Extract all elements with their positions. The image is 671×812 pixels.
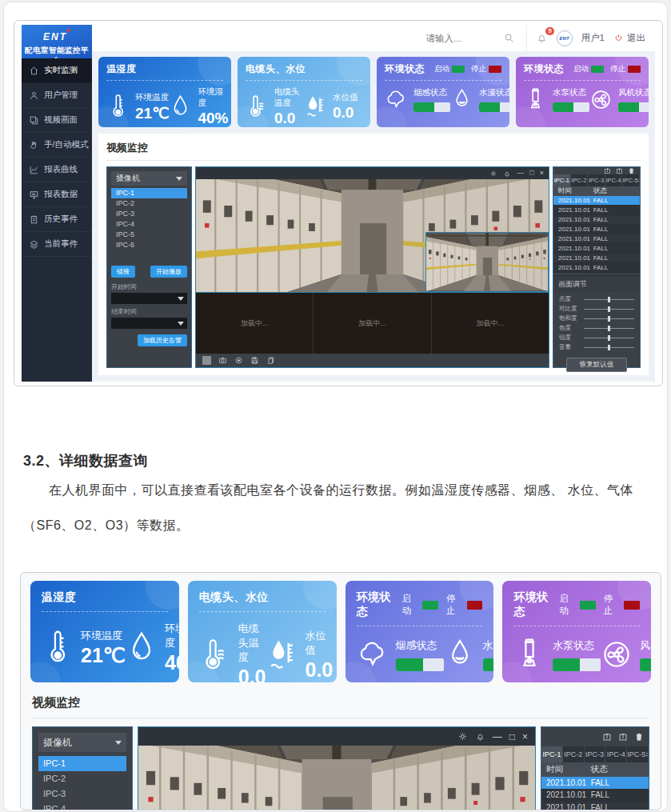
hue-slider[interactable] — [584, 328, 634, 329]
table-row[interactable]: 2021.10.01FALL — [553, 263, 640, 273]
ipc-tab[interactable]: IPC-1 — [541, 746, 563, 762]
record-icon[interactable] — [234, 356, 243, 365]
ipc-tab[interactable]: IPC-4 — [605, 746, 627, 762]
alarm-table-header: 时间 状态 — [553, 186, 640, 196]
end-time-select[interactable] — [111, 318, 187, 329]
ipc-tab[interactable]: IPC-4 — [605, 174, 623, 186]
camera-select[interactable]: 摄像机 — [111, 171, 187, 186]
sidebar-item-label: 手/自动模式 — [44, 139, 88, 150]
ipc-tab[interactable]: IPC-1 — [553, 174, 571, 186]
video-frame-image — [426, 233, 548, 291]
alarm-panel-toolbar — [553, 167, 640, 174]
table-row[interactable]: 2021.10.01FALL — [553, 234, 640, 244]
metric-value: 0.0 — [238, 666, 266, 682]
export-icon[interactable] — [618, 732, 628, 742]
camera-list: IPC-1 IPC-2 IPC-3 IPC-4 IPC-5 IPC-6 — [111, 188, 187, 250]
export-icon[interactable] — [602, 732, 612, 742]
table-row[interactable]: 2021.10.01FALL — [541, 790, 649, 802]
table-row[interactable]: 2021.10.01FALL — [553, 206, 640, 215]
camera-select[interactable]: 摄像机 — [38, 733, 126, 752]
start-play-button[interactable]: 开始播放 — [150, 266, 187, 278]
camera-item[interactable]: IPC-3 — [38, 786, 126, 802]
inset-video-frame[interactable] — [425, 232, 549, 292]
copy-file-icon[interactable] — [266, 356, 275, 365]
card-env-status-pump-fan: 环境状态 启动 停止 水泵状态 — [516, 57, 649, 127]
export-icon[interactable] — [604, 167, 611, 174]
camera-item[interactable]: IPC-4 — [38, 802, 126, 810]
save-icon[interactable] — [250, 356, 259, 365]
sidebar-item-report-curve[interactable]: 报表曲线 — [22, 158, 92, 182]
load-history-button[interactable]: 加载历史告警 — [138, 334, 187, 346]
table-row[interactable]: 2021.10.01FALL — [541, 802, 649, 810]
snapshot-camera-icon[interactable] — [218, 356, 227, 365]
search-input[interactable] — [426, 34, 503, 43]
close-button[interactable]: × — [522, 732, 528, 742]
notifications[interactable]: 5 — [536, 32, 548, 44]
layout-grid-icon[interactable] — [202, 356, 211, 365]
brightness-slider[interactable] — [584, 299, 634, 300]
ipc-tab[interactable]: IPC-5> — [627, 746, 649, 762]
alarm-bell-icon[interactable] — [503, 170, 511, 178]
sidebar-item-history-events[interactable]: 历史事件 — [22, 207, 92, 232]
close-button[interactable]: × — [540, 170, 544, 177]
table-row[interactable]: 2021.10.01FALL — [553, 244, 640, 254]
sidebar-item-mode[interactable]: 手/自动模式 — [22, 133, 92, 158]
camera-item[interactable]: IPC-6 — [111, 240, 187, 250]
ipc-tab[interactable]: IPC-3 — [588, 174, 605, 186]
maximize-button[interactable]: □ — [509, 732, 515, 742]
table-row[interactable]: 2021.10.01FALL — [553, 215, 640, 225]
alarm-bell-icon[interactable] — [475, 731, 485, 742]
screenshot-platform-overview: ENT 配电室智能监控平台 实时监测 用户管理 视频画面 手/自动模 — [14, 20, 663, 386]
camera-item[interactable]: IPC-5 — [111, 230, 187, 240]
trash-icon[interactable] — [628, 167, 635, 174]
camera-item[interactable]: IPC-2 — [38, 771, 126, 786]
ipc-tab[interactable]: IPC-5> — [622, 174, 640, 186]
report-data-icon — [29, 190, 39, 200]
ipc-tab[interactable]: IPC-3 — [585, 746, 606, 762]
sidebar-item-video[interactable]: 视频画面 — [22, 108, 92, 133]
table-row[interactable]: 2021.10.01FALL — [553, 254, 640, 263]
camera-item[interactable]: IPC-4 — [111, 219, 187, 230]
table-row[interactable]: 2021.10.01FALL — [541, 777, 649, 790]
humidity-drop-icon — [126, 630, 158, 666]
camera-item[interactable]: IPC-2 — [111, 198, 187, 209]
reset-defaults-button[interactable]: 恢复默认值 — [566, 358, 628, 372]
sidebar-item-realtime[interactable]: 实时监测 — [22, 58, 92, 83]
camera-item[interactable]: IPC-1 — [38, 756, 126, 771]
sidebar-item-users[interactable]: 用户管理 — [22, 83, 92, 108]
status-label: 风机状态 — [640, 638, 651, 653]
gear-icon[interactable] — [457, 731, 468, 742]
video-window-titlebar: — □ × — [196, 167, 549, 179]
trash-icon[interactable] — [634, 732, 644, 742]
table-row[interactable]: 2021.10.01FALL — [553, 196, 640, 206]
sharpness-slider[interactable] — [584, 338, 634, 338]
search-icon[interactable] — [503, 32, 515, 44]
main-video-frame[interactable] — [138, 746, 535, 810]
sidebar-item-current-events[interactable]: 当前事件 — [22, 232, 92, 257]
metric-label: 环境温度 — [135, 92, 169, 103]
ipc-tab[interactable]: IPC-2 — [571, 174, 589, 186]
volume-slider[interactable] — [584, 347, 634, 348]
card-env-status-smoke-flood: 环境状态 启动 停止 烟感状态 水漫状态 — [345, 581, 494, 682]
ipc-tab[interactable]: IPC-2 — [563, 746, 585, 762]
legend-stop-label: 停止 — [604, 593, 622, 617]
user-name[interactable]: 用户1 — [581, 32, 605, 44]
table-row[interactable]: 2021.10.01FALL — [553, 225, 640, 234]
minimize-button[interactable]: — — [517, 170, 524, 177]
card-env-status-smoke-flood: 环境状态 启动 停止 烟感状态 — [377, 57, 509, 127]
export-icon[interactable] — [616, 167, 623, 174]
sidebar-item-report-data[interactable]: 报表数据 — [22, 182, 92, 207]
main-video-frame[interactable] — [196, 179, 549, 293]
logout-button[interactable]: 退出 — [613, 32, 645, 44]
camera-item[interactable]: IPC-3 — [111, 209, 187, 219]
minimize-button[interactable]: — — [493, 732, 502, 742]
saturation-slider[interactable] — [584, 318, 634, 319]
maximize-button[interactable]: □ — [529, 170, 533, 177]
contrast-slider[interactable] — [584, 309, 634, 310]
start-time-select[interactable] — [111, 293, 187, 304]
connect-button[interactable]: 链接 — [111, 266, 135, 278]
gear-icon[interactable] — [489, 170, 497, 178]
loading-frame: 加载中... — [432, 293, 549, 354]
avatar[interactable]: ENT — [557, 30, 573, 46]
camera-item[interactable]: IPC-1 — [111, 188, 187, 198]
